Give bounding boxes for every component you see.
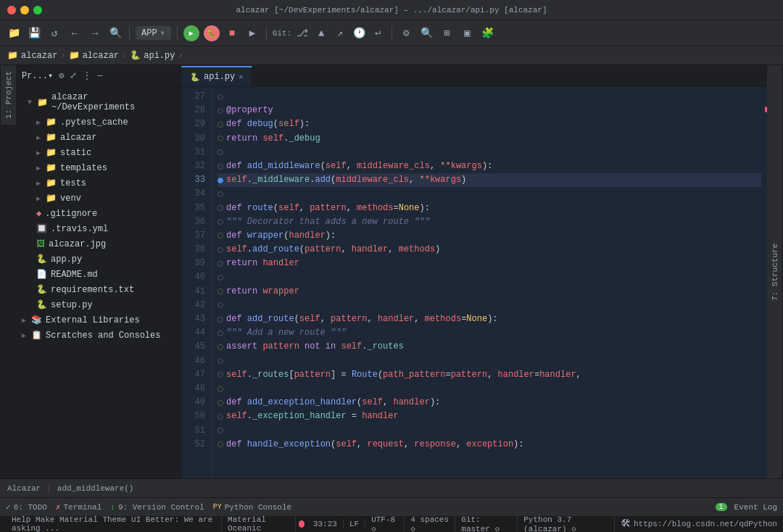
project-panel-label[interactable]: 1: Project <box>0 65 16 125</box>
sidebar-item-setuppy[interactable]: 🐍 setup.py <box>16 297 181 312</box>
sidebar-item-travis[interactable]: 🔲 .travis.yml <box>16 221 181 236</box>
git-history-icon[interactable]: 🕐 <box>351 25 367 41</box>
breakpoint-indicator[interactable] <box>218 219 223 225</box>
sidebar-minimize-icon[interactable]: — <box>97 71 102 81</box>
window-title: alcazar [~/DevExperiments/alcazar] – ...… <box>236 6 547 14</box>
breakpoint-indicator[interactable] <box>218 261 223 267</box>
search-icon[interactable]: 🔍 <box>107 25 123 41</box>
breakpoint-indicator[interactable] <box>218 344 223 350</box>
code-line-41: return wrapper <box>218 285 761 299</box>
breakpoint-indicator[interactable] <box>218 400 223 406</box>
sidebar-item-root[interactable]: ▼ 📁 alcazar ~/DevExperiments <box>16 90 181 115</box>
breakpoint-indicator[interactable] <box>218 386 223 392</box>
breakpoint-indicator[interactable] <box>218 233 223 238</box>
folder-icon: 📚 <box>31 315 42 325</box>
sidebar-item-static[interactable]: ▶ 📁 static <box>16 145 181 160</box>
breakpoint-indicator[interactable] <box>218 358 223 364</box>
breakpoint-indicator[interactable] <box>218 317 223 323</box>
breakpoint-indicator[interactable] <box>218 149 223 155</box>
git-commit-icon[interactable]: ↗ <box>332 25 348 41</box>
tab-terminal[interactable]: ✗ Terminal <box>56 502 102 512</box>
tools-icon[interactable]: 🛠 <box>621 518 631 530</box>
layout-icon[interactable]: ⊞ <box>439 25 455 41</box>
tab-version-control[interactable]: ↕ 9: Version Control <box>110 503 204 512</box>
terminal-icon[interactable]: ▣ <box>459 25 475 41</box>
sidebar-options-icon[interactable]: ⋮ <box>83 70 91 81</box>
tab-python-console[interactable]: PY Python Console <box>213 503 291 512</box>
code-editor[interactable]: 27 28 29 30 31 32 33 34 35 36 37 38 39 4… <box>181 87 767 478</box>
sidebar-item-scratches[interactable]: ▶ 📋 Scratches and Consoles <box>16 328 181 343</box>
folder-icon[interactable]: 📁 <box>6 25 22 41</box>
breakpoint-indicator[interactable] <box>218 108 223 114</box>
sidebar-item-pytest[interactable]: ▶ 📁 .pytest_cache <box>16 115 181 130</box>
breakpoint-indicator[interactable] <box>218 178 223 183</box>
git-info: Git: ⎇ ▲ ↗ 🕐 ↩ <box>273 25 386 41</box>
sidebar-item-requirements[interactable]: 🐍 requirements.txt <box>16 282 181 297</box>
refresh-icon[interactable]: ↺ <box>46 25 62 41</box>
breakpoint-indicator[interactable] <box>218 275 223 280</box>
stop-icon[interactable]: ■ <box>224 25 240 41</box>
breakpoint-indicator[interactable] <box>218 191 223 197</box>
minimize-button[interactable] <box>20 6 29 14</box>
sidebar-item-readme[interactable]: 📄 README.md <box>16 267 181 282</box>
app-selector[interactable]: APP ▾ <box>136 26 171 40</box>
cursor-position[interactable]: 33:23 <box>307 520 344 528</box>
tab-apipy[interactable]: 🐍 api.py ✕ <box>181 66 252 86</box>
breadcrumb-alcazar[interactable]: alcazar <box>83 51 119 61</box>
sidebar-item-templates[interactable]: ▶ 📁 templates <box>16 160 181 175</box>
settings-icon[interactable]: ⚙ <box>398 25 414 41</box>
sidebar-settings-icon[interactable]: ⚙ <box>59 70 64 81</box>
line-ending[interactable]: LF <box>344 520 365 528</box>
zoom-icon[interactable]: 🔍 <box>418 25 434 41</box>
breakpoint-indicator[interactable] <box>218 94 223 100</box>
breakpoint-indicator[interactable] <box>218 288 223 294</box>
save-icon[interactable]: 💾 <box>26 25 42 41</box>
sidebar-item-jpg[interactable]: 🖼 alcazar.jpg <box>16 236 181 252</box>
sidebar-item-gitignore[interactable]: ◆ .gitignore <box>16 206 181 221</box>
git-push-icon[interactable]: ▲ <box>313 25 329 41</box>
structure-panel-label[interactable]: 7: Structure <box>767 65 783 478</box>
code-line-38: self.add_route(pattern, handler, methods… <box>218 243 761 257</box>
git-revert-icon[interactable]: ↩ <box>370 25 386 41</box>
breadcrumb-root[interactable]: alcazar <box>21 51 57 61</box>
sidebar-item-apppy[interactable]: 🐍 app.py <box>16 252 181 267</box>
breadcrumb-file[interactable]: api.py <box>144 51 175 61</box>
sidebar-items: ▼ 📁 alcazar ~/DevExperiments ▶ 📁 .pytest… <box>16 87 181 346</box>
maximize-button[interactable] <box>33 6 42 14</box>
sidebar-item-venv[interactable]: ▶ 📁 venv <box>16 191 181 206</box>
debug-button[interactable]: 🐛 <box>204 25 220 41</box>
git-branch-status[interactable]: Git: master ◇ <box>455 515 518 533</box>
breakpoint-indicator[interactable] <box>218 247 223 253</box>
breakpoint-indicator[interactable] <box>218 302 223 308</box>
breakpoint-indicator[interactable] <box>218 164 223 170</box>
breakpoint-indicator[interactable] <box>218 372 223 378</box>
breakpoint-indicator[interactable] <box>218 136 223 141</box>
breakpoint-indicator[interactable] <box>218 414 223 420</box>
tab-todo[interactable]: ✓ 6: TODO <box>6 502 47 512</box>
code-area[interactable]: @property def debug(self): return self._… <box>212 87 767 478</box>
breakpoint-indicator[interactable] <box>218 331 223 336</box>
forward-icon[interactable]: → <box>87 25 103 41</box>
line-numbers: 27 28 29 30 31 32 33 34 35 36 37 38 39 4… <box>181 87 212 478</box>
breakpoint-indicator[interactable] <box>218 441 223 447</box>
run-button[interactable]: ▶ <box>183 25 199 41</box>
sidebar-item-alcazar[interactable]: ▶ 📁 alcazar <box>16 130 181 145</box>
plugin-icon[interactable]: 🧩 <box>479 25 495 41</box>
sidebar-item-tests[interactable]: ▶ 📁 tests <box>16 175 181 191</box>
encoding[interactable]: UTF-8 ◇ <box>365 515 405 533</box>
close-button[interactable] <box>7 6 16 14</box>
folder-icon: 📁 <box>46 162 57 173</box>
sidebar-item-extlibs[interactable]: ▶ 📚 External Libraries <box>16 312 181 328</box>
sidebar-expand-icon[interactable]: ⤢ <box>70 70 77 81</box>
breakpoint-indicator[interactable] <box>218 428 223 433</box>
code-line-43: def add_route(self, pattern, handler, me… <box>218 312 761 326</box>
tab-close-icon[interactable]: ✕ <box>239 72 243 81</box>
back-icon[interactable]: ← <box>67 25 83 41</box>
python-version[interactable]: Python 3.7 (alcazar) ◇ <box>518 515 615 533</box>
breakpoint-indicator[interactable] <box>218 122 223 128</box>
coverage-icon[interactable]: ▶ <box>244 25 260 41</box>
event-log-label[interactable]: Event Log <box>734 503 777 512</box>
breakpoint-indicator[interactable] <box>218 205 223 211</box>
git-branch-icon[interactable]: ⎇ <box>294 25 310 41</box>
indent[interactable]: 4 spaces ◇ <box>405 515 455 533</box>
